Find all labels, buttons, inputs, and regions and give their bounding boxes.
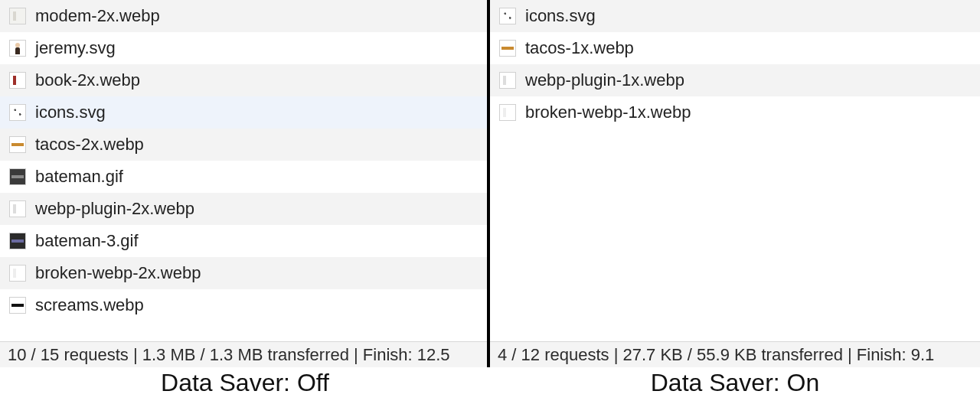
- file-row[interactable]: bateman-3.gif: [0, 225, 487, 257]
- file-row[interactable]: icons.svg: [490, 0, 980, 32]
- file-thumbnail-icon: [499, 104, 516, 121]
- file-row[interactable]: broken-webp-2x.webp: [0, 257, 487, 289]
- file-name: screams.webp: [35, 295, 144, 315]
- file-name: modem-2x.webp: [35, 6, 160, 26]
- file-name: bateman-3.gif: [35, 231, 139, 251]
- file-row[interactable]: webp-plugin-1x.webp: [490, 64, 980, 96]
- file-thumbnail-icon: [499, 40, 516, 57]
- file-row[interactable]: screams.webp: [0, 289, 487, 321]
- file-name: icons.svg: [35, 103, 106, 122]
- file-row[interactable]: book-2x.webp: [0, 64, 487, 96]
- file-thumbnail-icon: [9, 168, 26, 185]
- file-row[interactable]: bateman.gif: [0, 161, 487, 193]
- panel-data-saver-on: icons.svgtacos-1x.webpwebp-plugin-1x.web…: [490, 0, 980, 367]
- file-row[interactable]: tacos-2x.webp: [0, 129, 487, 161]
- file-list-right[interactable]: icons.svgtacos-1x.webpwebp-plugin-1x.web…: [490, 0, 980, 341]
- file-thumbnail-icon: [9, 297, 26, 314]
- status-bar-left: 10 / 15 requests | 1.3 MB / 1.3 MB trans…: [0, 341, 487, 367]
- file-name: book-2x.webp: [35, 70, 140, 90]
- file-name: tacos-2x.webp: [35, 135, 144, 155]
- file-thumbnail-icon: [9, 104, 26, 121]
- file-thumbnail-icon: [9, 8, 26, 24]
- file-thumbnail-icon: [9, 265, 26, 282]
- file-name: bateman.gif: [35, 167, 123, 187]
- file-name: jeremy.svg: [35, 38, 116, 58]
- file-thumbnail-icon: [499, 8, 516, 24]
- file-row[interactable]: modem-2x.webp: [0, 0, 487, 32]
- file-row[interactable]: icons.svg: [0, 96, 487, 129]
- file-row[interactable]: webp-plugin-2x.webp: [0, 193, 487, 225]
- file-name: broken-webp-2x.webp: [35, 263, 201, 283]
- file-thumbnail-icon: [9, 233, 26, 249]
- file-row[interactable]: broken-webp-1x.webp: [490, 96, 980, 129]
- file-thumbnail-icon: [9, 136, 26, 153]
- file-name: webp-plugin-1x.webp: [525, 70, 684, 90]
- file-list-left[interactable]: modem-2x.webpjeremy.svgbook-2x.webpicons…: [0, 0, 487, 341]
- captions-row: Data Saver: Off Data Saver: On: [0, 367, 980, 404]
- file-name: broken-webp-1x.webp: [525, 103, 691, 122]
- caption-right: Data Saver: On: [490, 367, 980, 404]
- file-thumbnail-icon: [9, 40, 26, 57]
- caption-left: Data Saver: Off: [0, 367, 490, 404]
- status-bar-right: 4 / 12 requests | 27.7 KB / 55.9 KB tran…: [490, 341, 980, 367]
- file-thumbnail-icon: [9, 72, 26, 89]
- comparison-panels: modem-2x.webpjeremy.svgbook-2x.webpicons…: [0, 0, 980, 367]
- file-row[interactable]: tacos-1x.webp: [490, 32, 980, 64]
- file-name: webp-plugin-2x.webp: [35, 199, 194, 219]
- file-thumbnail-icon: [9, 200, 26, 217]
- file-row[interactable]: jeremy.svg: [0, 32, 487, 64]
- panel-data-saver-off: modem-2x.webpjeremy.svgbook-2x.webpicons…: [0, 0, 490, 367]
- file-name: tacos-1x.webp: [525, 38, 634, 58]
- file-thumbnail-icon: [499, 72, 516, 89]
- file-name: icons.svg: [525, 6, 596, 26]
